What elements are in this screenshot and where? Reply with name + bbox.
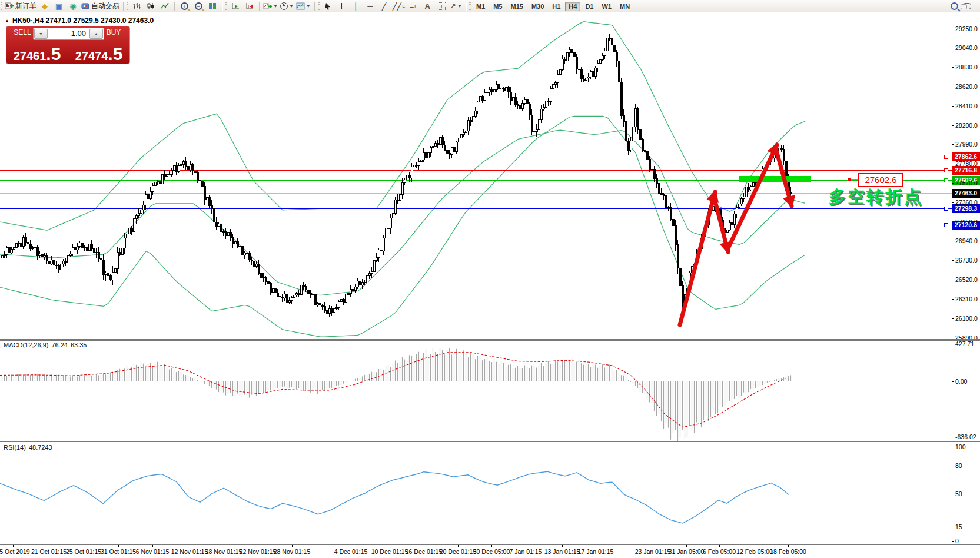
svg-text:28620.0: 28620.0 xyxy=(955,83,978,90)
svg-text:26730.0: 26730.0 xyxy=(955,257,978,264)
svg-text:28410.0: 28410.0 xyxy=(955,102,978,109)
chart-title: ▲HK50-,H4 27471.0 27529.5 27430.0 27463.… xyxy=(5,16,154,25)
mt4-terminal: 新订单 ◆ ▣ ◉ 自动交易 + − ▼ ▼ ▼ │ ─ ╱ ╱╱E ≡F A … xyxy=(0,0,980,558)
svg-text:27780.0: 27780.0 xyxy=(955,160,978,167)
volume-value: 1.00 xyxy=(48,28,89,39)
svg-text:-636.02: -636.02 xyxy=(955,433,976,440)
svg-text:26940.0: 26940.0 xyxy=(955,237,978,244)
turning-point-note[interactable]: 多空转折点 xyxy=(829,185,923,209)
svg-text:27990.0: 27990.0 xyxy=(955,141,978,148)
svg-text:80: 80 xyxy=(955,462,962,469)
svg-text:15: 15 xyxy=(955,523,962,530)
svg-text:27150.0: 27150.0 xyxy=(955,218,978,225)
svg-text:26100.0: 26100.0 xyxy=(955,315,978,322)
svg-text:27862.6: 27862.6 xyxy=(955,153,977,160)
macd-indicator-label: MACD(12,26,9)76.2463.35 xyxy=(4,341,89,348)
collapse-panel-icon[interactable]: ▲ xyxy=(5,18,9,24)
macd-main-value: 76.24 xyxy=(51,341,68,348)
svg-text:23 Jan 01:15: 23 Jan 01:15 xyxy=(635,548,671,555)
svg-text:6 Nov 01:15: 6 Nov 01:15 xyxy=(136,548,170,555)
svg-text:15 Oct 2019: 15 Oct 2019 xyxy=(0,548,30,555)
svg-text:21 Oct 01:15: 21 Oct 01:15 xyxy=(31,548,67,555)
svg-text:17 Jan 01:15: 17 Jan 01:15 xyxy=(578,548,614,555)
svg-text:18 Feb 05:00: 18 Feb 05:00 xyxy=(770,548,806,555)
svg-text:6 Feb 05:00: 6 Feb 05:00 xyxy=(703,548,736,555)
svg-text:0.00: 0.00 xyxy=(955,378,968,385)
macd-signal-value: 63.35 xyxy=(71,341,87,348)
buy-price: 27474.5 xyxy=(68,46,129,63)
symbol-ohlc-label: HK50-,H4 27471.0 27529.5 27430.0 27463.0 xyxy=(12,16,154,25)
svg-text:26310.0: 26310.0 xyxy=(955,295,978,303)
svg-text:28830.0: 28830.0 xyxy=(955,64,978,71)
svg-text:28 Nov 01:15: 28 Nov 01:15 xyxy=(274,548,311,555)
svg-text:12 Nov 01:15: 12 Nov 01:15 xyxy=(171,548,208,555)
svg-text:16 Dec 01:15: 16 Dec 01:15 xyxy=(406,548,443,555)
svg-text:27360.0: 27360.0 xyxy=(955,199,978,206)
rsi-value: 48.7243 xyxy=(29,444,52,451)
svg-text:30 Dec 05:00: 30 Dec 05:00 xyxy=(473,548,510,555)
sell-price: 27461.5 xyxy=(6,46,68,63)
svg-text:20 Dec 01:15: 20 Dec 01:15 xyxy=(440,548,477,555)
svg-text:29040.0: 29040.0 xyxy=(955,44,978,51)
svg-text:31 Jan 05:00: 31 Jan 05:00 xyxy=(669,548,705,555)
svg-text:427.71: 427.71 xyxy=(955,340,974,347)
volume-decrease-button[interactable]: ▼ xyxy=(34,29,48,39)
volume-stepper[interactable]: ▼ 1.00 ▲ xyxy=(33,28,104,40)
svg-text:27716.8: 27716.8 xyxy=(955,167,977,174)
chart-canvas[interactable]: 27862.627716.827602.627463.027298.327120… xyxy=(0,0,980,558)
svg-text:13 Jan 01:15: 13 Jan 01:15 xyxy=(544,548,580,555)
svg-text:100: 100 xyxy=(955,443,966,450)
svg-text:50: 50 xyxy=(955,490,962,497)
svg-text:10 Dec 01:15: 10 Dec 01:15 xyxy=(371,548,408,555)
macd-name: MACD(12,26,9) xyxy=(4,341,48,348)
svg-text:31 Oct 01:15: 31 Oct 01:15 xyxy=(101,548,136,555)
svg-text:7 Jan 01:15: 7 Jan 01:15 xyxy=(510,548,542,555)
svg-text:27570.0: 27570.0 xyxy=(955,180,978,187)
svg-text:27463.0: 27463.0 xyxy=(955,190,977,197)
svg-text:22 Nov 01:15: 22 Nov 01:15 xyxy=(240,548,277,555)
svg-text:12 Feb 05:00: 12 Feb 05:00 xyxy=(736,548,773,555)
svg-text:28200.0: 28200.0 xyxy=(955,122,978,129)
one-click-trading-panel: SELL 27461.5 BUY 27474.5 ▼ 1.00 ▲ xyxy=(6,26,130,64)
svg-text:18 Nov 01:15: 18 Nov 01:15 xyxy=(205,548,242,555)
volume-increase-button[interactable]: ▲ xyxy=(89,29,103,39)
rsi-name: RSI(14) xyxy=(4,444,26,451)
support-zone-bar[interactable] xyxy=(739,176,811,182)
svg-text:29250.0: 29250.0 xyxy=(955,25,978,32)
svg-text:26520.0: 26520.0 xyxy=(955,276,978,283)
rsi-indicator-label: RSI(14)48.7243 xyxy=(4,444,55,451)
svg-text:4 Dec 01:15: 4 Dec 01:15 xyxy=(334,548,368,555)
svg-text:25 Oct 01:15: 25 Oct 01:15 xyxy=(66,548,101,555)
